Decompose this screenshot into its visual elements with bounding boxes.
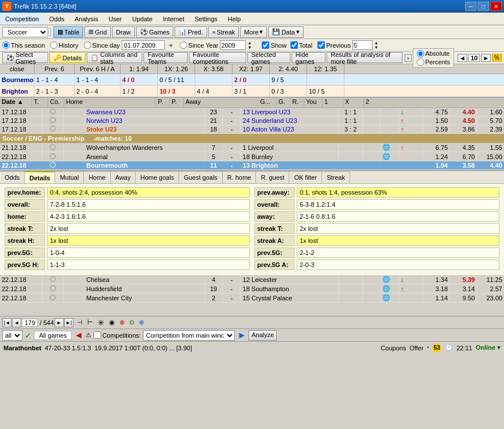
nav-play[interactable]: ⊙ <box>129 319 134 326</box>
filter-selector[interactable]: all <box>2 330 22 341</box>
absolute-radio[interactable] <box>417 50 424 57</box>
absolute-option[interactable]: Absolute <box>417 50 450 57</box>
expand-icon[interactable] <box>50 153 56 159</box>
table-row[interactable]: 17.12.18 Norwich U23 21 - 24 Sunderland … <box>0 117 504 125</box>
col-away[interactable]: Away <box>184 98 258 107</box>
pct-increment[interactable]: ► <box>481 54 491 62</box>
since-year-input[interactable] <box>220 40 246 50</box>
competitions-checkbox[interactable] <box>94 331 101 339</box>
pct-decrement[interactable]: ◄ <box>458 54 467 62</box>
expand-icon[interactable] <box>50 162 56 168</box>
detail-tab-r-home[interactable]: R. home <box>223 171 257 183</box>
detail-tab-away[interactable]: Away <box>111 171 136 183</box>
total-option[interactable]: Total <box>290 41 312 49</box>
select-games-tab[interactable]: ⚽ Select Games <box>2 52 48 63</box>
competitions-check-label[interactable]: Competitions: <box>94 331 141 339</box>
show-option[interactable]: Show <box>262 41 286 49</box>
menu-settings[interactable]: Settings <box>189 13 223 25</box>
online-status[interactable]: Online ▾ <box>476 344 501 351</box>
columns-stats-tab[interactable]: 📋 Columns and stats <box>87 52 142 63</box>
table-row[interactable]: 17.12.18 Stoke U23 18 - 10 Aston Villa U… <box>0 125 504 134</box>
history-radio[interactable] <box>50 41 57 49</box>
col-home[interactable]: Home <box>64 98 156 107</box>
expand-icon[interactable] <box>50 295 56 300</box>
table-row[interactable]: 22.12.18 Chelsea 4 - 12 Leicester 🌐 <box>0 275 504 284</box>
detail-tab-odds[interactable]: Odds <box>0 171 25 183</box>
apply-filter-button[interactable]: ✓ <box>25 331 32 340</box>
menu-odds[interactable]: Odds <box>44 13 69 25</box>
this-season-option[interactable]: This season <box>2 41 45 49</box>
last-page-button[interactable]: ►| <box>64 318 73 327</box>
percents-option[interactable]: Percents <box>417 59 450 66</box>
detail-tab-home-goals[interactable]: Home goals <box>135 171 179 183</box>
draw-button[interactable]: Draw <box>112 26 135 38</box>
previous-checkbox[interactable] <box>317 41 325 49</box>
previous-option[interactable]: Previous <box>317 41 351 49</box>
menu-help[interactable]: Help <box>223 13 246 25</box>
maximize-button[interactable]: □ <box>478 2 489 11</box>
col-type[interactable]: T. <box>32 98 48 107</box>
detail-tab-mutual[interactable]: Mutual <box>55 171 84 183</box>
expand-icon[interactable] <box>50 117 56 123</box>
col-1-194[interactable]: 1: 1.94 <box>121 64 158 74</box>
sport-selector[interactable]: Soccer <box>2 27 48 37</box>
details-tab[interactable]: 🔑 Details <box>49 52 86 63</box>
menu-user[interactable]: User <box>103 13 127 25</box>
expand-icon[interactable] <box>50 285 56 291</box>
col-co[interactable]: Co. <box>48 98 64 107</box>
expand-icon[interactable] <box>50 126 56 132</box>
prev-spinner[interactable]: ▲ ▼ <box>374 41 378 50</box>
previous-value-input[interactable] <box>352 40 373 50</box>
detail-tab-r-guest[interactable]: R. guest <box>256 171 289 183</box>
history-option[interactable]: History <box>50 41 78 49</box>
menu-internet[interactable]: Internet <box>158 13 189 25</box>
detail-tab-home[interactable]: Home <box>84 171 110 183</box>
table-row[interactable]: 22.12.18 Huddersfield 19 - 18 Southampto… <box>0 284 504 293</box>
detail-tab-guest-goals[interactable]: Guest goals <box>179 171 223 183</box>
expand-icon[interactable] <box>50 276 56 282</box>
total-checkbox[interactable] <box>290 41 298 49</box>
hide-games-tab[interactable]: Hide games <box>292 52 325 63</box>
show-checkbox[interactable] <box>262 41 269 49</box>
minimize-button[interactable]: ─ <box>465 2 476 11</box>
prev-page-button[interactable]: ◄ <box>12 318 21 327</box>
detail-tab-details[interactable]: Details <box>25 171 55 183</box>
competition-value-selector[interactable]: Competition from main winc <box>143 330 235 341</box>
nav-stop[interactable]: ⊗ <box>119 319 125 326</box>
expand-icon[interactable] <box>50 109 56 114</box>
selected-games-tab[interactable]: Selected games <box>247 52 290 63</box>
tabs-scroll-right[interactable]: › <box>405 54 412 62</box>
fav-comp-tab[interactable]: Favourite competitions <box>189 52 246 63</box>
col-date[interactable]: Date ▲ <box>0 98 32 107</box>
grid-button[interactable]: ⊞ Grid <box>84 26 111 38</box>
since-year-option[interactable]: Since Year <box>180 41 219 49</box>
analyze-button[interactable]: Analyze <box>249 330 277 341</box>
close-button[interactable]: ✕ <box>490 2 502 11</box>
table-row[interactable]: 21.12.18 Wolverhampton Wanderers 7 - 1 L… <box>0 143 504 152</box>
since-day-input[interactable] <box>122 40 165 50</box>
col-x-358[interactable]: X: 3.58 <box>195 64 232 74</box>
col-1x-126[interactable]: 1X: 1.26 <box>158 64 195 74</box>
matches-scroll[interactable]: 17.12.18 Swansea U23 23 - 13 Liverpool U… <box>0 108 504 316</box>
selected-match-row[interactable]: 22.12.18 Bournemouth 11 - 13 Brighton 1.… <box>0 161 504 170</box>
detail-tab-streak[interactable]: Streak <box>322 171 350 183</box>
table-row[interactable]: 17.12.18 Swansea U23 23 - 13 Liverpool U… <box>0 108 504 117</box>
menu-analysis[interactable]: Analysis <box>69 13 103 25</box>
col-12-135[interactable]: 12: 1.35 <box>307 64 344 74</box>
more-button[interactable]: More ▾ <box>240 26 267 38</box>
percents-radio[interactable] <box>417 59 424 66</box>
results-tab[interactable]: Results of analysis of more filte <box>327 52 402 63</box>
menu-competition[interactable]: Competition <box>0 13 44 25</box>
col-prev6ha[interactable]: Prev. 6 H / A <box>75 64 121 74</box>
fav-teams-tab[interactable]: Favourite Teams <box>144 52 188 63</box>
table-button[interactable]: ▦ Table <box>53 26 83 38</box>
table-row[interactable]: 22.12.18 Arsenal 5 - 18 Burnley 🌐 1 <box>0 152 504 161</box>
next-page-button[interactable]: ► <box>55 318 64 327</box>
this-season-radio[interactable] <box>2 41 10 49</box>
data-button[interactable]: 💾 Data ▾ <box>268 26 303 38</box>
pred-button[interactable]: 📊 Pred. <box>175 26 207 38</box>
since-day-radio[interactable] <box>84 41 91 49</box>
table-row[interactable]: 22.12.18 Manchester City 2 - 15 Crystal … <box>0 293 504 303</box>
first-page-button[interactable]: |◄ <box>2 318 11 327</box>
detail-tab-ok-filter[interactable]: OK filter <box>289 171 322 183</box>
